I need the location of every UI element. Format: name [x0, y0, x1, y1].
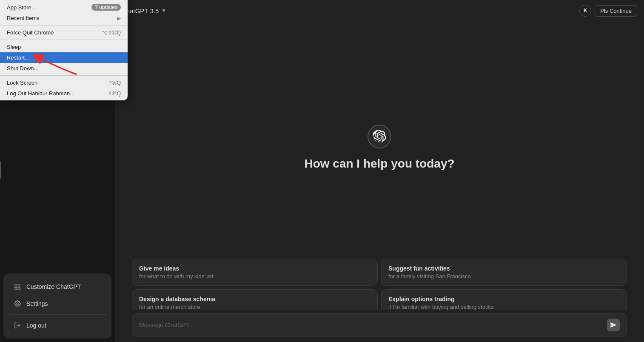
sidebar-item-logout[interactable]: Log out	[9, 317, 106, 333]
settings-label: Settings	[26, 300, 48, 307]
send-icon	[610, 322, 617, 328]
main-heading: How can I help you today?	[304, 157, 454, 171]
logout-icon	[14, 322, 21, 329]
recent-label: Recent Items	[7, 15, 40, 21]
sidebar-bottom-panel: Customize ChatGPT Settings Log out	[3, 274, 111, 339]
chevron-down-icon: ▼	[161, 8, 166, 14]
menu-item-shutdown[interactable]: Shut Down...	[0, 63, 128, 74]
svg-rect-2	[18, 287, 20, 289]
menu-separator-2	[0, 40, 128, 40]
model-selector[interactable]: ChatGPT 3.5 ▼	[122, 7, 166, 14]
apple-menu: App Store... 7 updates Recent Items ▶ Fo…	[0, 0, 128, 100]
send-button[interactable]	[607, 319, 620, 331]
menu-separator-3	[0, 75, 128, 76]
customize-icon	[14, 283, 21, 291]
message-placeholder: Message ChatGPT...	[139, 322, 194, 328]
card-1-subtitle: for what to do with my kids' art	[139, 273, 370, 279]
recent-arrow-icon: ▶	[117, 15, 121, 21]
cards-section: Give me ideas for what to do with my kid…	[115, 259, 644, 316]
forcequit-shortcut: ⌥⇧⌘Q	[102, 30, 121, 36]
message-input-box[interactable]: Message ChatGPT...	[132, 313, 627, 337]
forcequit-label: Force Quit Chrome	[7, 29, 54, 36]
card-3-title: Design a database schema	[139, 296, 370, 302]
message-input-area: Message ChatGPT...	[115, 310, 644, 342]
menu-item-sleep[interactable]: Sleep	[0, 42, 128, 52]
logout-mac-label: Log Out Habibur Rahman...	[7, 90, 74, 97]
continue-button[interactable]: Pls Continue	[595, 5, 637, 17]
card-4-title: Explain options trading	[388, 296, 620, 302]
customize-label: Customize ChatGPT	[26, 283, 81, 290]
lockscreen-shortcut: ^⌘Q	[109, 80, 121, 86]
logout-mac-shortcut: ⇧⌘Q	[108, 91, 121, 97]
menu-item-appstore[interactable]: App Store... 7 updates	[0, 2, 128, 13]
sidebar-divider	[9, 314, 106, 315]
svg-rect-1	[18, 284, 20, 286]
cards-row-1: Give me ideas for what to do with my kid…	[132, 259, 627, 286]
card-1-title: Give me ideas	[139, 265, 370, 272]
settings-icon	[14, 300, 21, 308]
header: ChatGPT 3.5 ▼ K Pls Continue	[115, 0, 644, 21]
svg-point-4	[17, 303, 18, 305]
appstore-label: App Store...	[7, 4, 36, 11]
card-2-title: Suggest fun activities	[388, 265, 620, 272]
sidebar-item-customize[interactable]: Customize ChatGPT	[9, 279, 106, 295]
menu-item-recent[interactable]: Recent Items ▶	[0, 13, 128, 23]
svg-rect-0	[15, 284, 17, 286]
card-4-subtitle: if I'm familiar with buying and selling …	[388, 304, 620, 310]
openai-icon	[373, 130, 386, 143]
header-right: K Pls Continue	[579, 5, 637, 17]
sidebar-item-settings[interactable]: Settings	[9, 296, 106, 312]
svg-rect-3	[15, 287, 17, 289]
shutdown-label: Shut Down...	[7, 65, 38, 71]
card-3-subtitle: for an online merch store	[139, 304, 370, 310]
menu-separator-1	[0, 25, 128, 26]
sidebar-edge-indicator	[0, 162, 1, 179]
logout-label: Log out	[26, 322, 46, 329]
menu-item-lockscreen[interactable]: Lock Screen ^⌘Q	[0, 77, 128, 88]
card-2-subtitle: for a family visiting San Francisco	[388, 273, 620, 279]
lockscreen-label: Lock Screen	[7, 80, 37, 86]
appstore-badge: 7 updates	[91, 4, 121, 11]
user-avatar[interactable]: K	[579, 5, 591, 17]
card-kids-art[interactable]: Give me ideas for what to do with my kid…	[132, 259, 378, 286]
menu-item-forcequit[interactable]: Force Quit Chrome ⌥⇧⌘Q	[0, 27, 128, 38]
menu-item-logout-mac[interactable]: Log Out Habibur Rahman... ⇧⌘Q	[0, 88, 128, 99]
restart-label: Restart...	[7, 54, 29, 61]
menu-item-restart[interactable]: Restart...	[0, 52, 128, 63]
sleep-label: Sleep	[7, 44, 21, 50]
card-san-francisco[interactable]: Suggest fun activities for a family visi…	[381, 259, 627, 286]
chatgpt-logo	[368, 125, 391, 148]
